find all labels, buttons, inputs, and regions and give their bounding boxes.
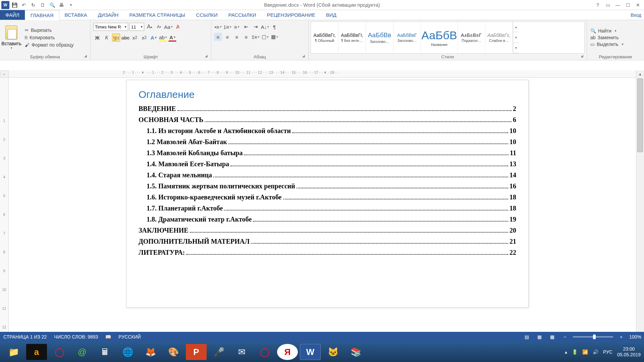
new-doc-icon[interactable]: 🗋 [38, 1, 47, 9]
text-effects-icon[interactable]: A [150, 34, 158, 42]
line-spacing-icon[interactable]: ‡≡ [252, 33, 260, 41]
underline-button[interactable]: Ч [112, 34, 120, 42]
tray-chevron-icon[interactable]: ▴ [565, 349, 567, 355]
toc-entry[interactable]: ДОПОЛНИТЕЛЬНЫЙ МАТЕРИАЛ21 [139, 238, 516, 245]
justify-icon[interactable]: ≡ [242, 33, 250, 41]
tab-review[interactable]: РЕЦЕНЗИРОВАНИЕ [262, 10, 321, 20]
status-language[interactable]: РУССКИЙ [118, 334, 141, 340]
tray-clock[interactable]: 23:00 05.05.2019 [617, 346, 641, 358]
tab-layout[interactable]: РАЗМЕТКА СТРАНИЦЫ [124, 10, 191, 20]
tray-language[interactable]: РУС [603, 349, 612, 355]
tab-home[interactable]: ГЛАВНАЯ [25, 10, 59, 20]
copy-button[interactable]: ⎘Копировать [23, 34, 75, 41]
gallery-up-icon[interactable]: ▴ [513, 22, 519, 32]
ribbon-options-icon[interactable]: ▭ [603, 1, 612, 9]
style-heading2[interactable]: АаБбВвГЗаголово… [393, 22, 421, 53]
tray-volume-icon[interactable]: 🔊 [593, 349, 598, 355]
close-icon[interactable]: ✕ [633, 1, 643, 9]
tab-mailings[interactable]: РАССЫЛКИ [223, 10, 262, 20]
toc-entry[interactable]: 1.3 Мавзолей Кобланды батыра11 [139, 149, 516, 157]
taskbar-firefox-icon[interactable]: 🦊 [140, 344, 161, 360]
style-title[interactable]: АаБбВНазвание [421, 22, 458, 53]
style-subtle[interactable]: АаБбВвГг,Слабое в… [485, 22, 513, 53]
align-center-icon[interactable]: ≡ [223, 33, 231, 41]
align-left-icon[interactable]: ≡ [214, 33, 222, 41]
strikethrough-button[interactable]: abc [121, 34, 129, 42]
taskbar-powerpoint-icon[interactable]: P [186, 344, 207, 360]
taskbar-scratch-icon[interactable]: 🐱 [323, 344, 343, 360]
view-read-icon[interactable]: ▤ [522, 333, 531, 341]
clear-formatting-icon[interactable]: A̷ [174, 23, 182, 31]
toc-entry[interactable]: ВВЕДЕНИЕ2 [139, 105, 516, 113]
style-nospacing[interactable]: АаБбВвГг,¶ Без инте… [338, 22, 366, 53]
font-name-combo[interactable]: Times New R▾ [93, 23, 128, 31]
zoom-out-icon[interactable]: − [560, 333, 570, 341]
zoom-level[interactable]: 100% [629, 334, 641, 340]
toc-entry[interactable]: 1.2 Мавзолей Абат-Байтак10 [139, 138, 516, 146]
tray-battery-icon[interactable]: 🔋 [572, 349, 578, 355]
preview-icon[interactable]: 🔍 [48, 1, 56, 9]
gallery-down-icon[interactable]: ▾ [513, 32, 519, 43]
save-icon[interactable]: 💾 [10, 1, 19, 9]
qat-customize-icon[interactable]: ▾ [66, 1, 75, 9]
subscript-button[interactable]: x2 [131, 34, 139, 42]
taskbar-calc-icon[interactable]: 🖩 [95, 344, 115, 360]
vertical-scrollbar[interactable]: ▲ ▼ [636, 70, 644, 342]
taskbar-mail-icon[interactable]: @ [72, 344, 93, 360]
toc-entry[interactable]: ЗАКЛЮЧЕНИЕ20 [139, 227, 516, 234]
shrink-font-icon[interactable]: A▾ [155, 23, 163, 31]
font-launcher-icon[interactable]: ◢ [205, 54, 210, 59]
font-color-icon[interactable]: A [168, 34, 176, 42]
taskbar-word-icon[interactable]: W [300, 344, 321, 360]
vertical-ruler[interactable]: 12345678910111213 [0, 78, 9, 335]
taskbar-winrar-icon[interactable]: 📚 [345, 344, 366, 360]
toc-entry[interactable]: 1.6. Историко-краеведческий музей г.Акто… [139, 193, 516, 201]
document-area[interactable]: Оглавление ВВЕДЕНИЕ2ОСНОВНАЯ ЧАСТЬ61.1. … [9, 78, 636, 342]
tray-network-icon[interactable]: 📶 [582, 349, 588, 355]
horizontal-ruler[interactable]: 2 · · · 1 · · · 🞂 · · · 1 · · · 2 · · · … [9, 70, 636, 78]
bold-button[interactable]: Ж [93, 34, 101, 42]
paste-button[interactable]: Вставить ▾ [2, 21, 21, 54]
style-normal[interactable]: АаБбВвГг,¶ Обычный [311, 22, 338, 53]
borders-icon[interactable]: ▦ [270, 33, 278, 41]
zoom-in-icon[interactable]: + [616, 333, 626, 341]
toc-entry[interactable]: 1.4. Старая мельница14 [139, 171, 516, 179]
paragraph-launcher-icon[interactable]: ◢ [302, 54, 307, 59]
minimize-icon[interactable]: — [613, 1, 623, 9]
gallery-more-icon[interactable]: ▾ [513, 43, 519, 53]
tab-file[interactable]: ФАЙЛ [0, 10, 25, 20]
style-heading1[interactable]: АаБбВвЗаголово… [366, 22, 393, 53]
quick-print-icon[interactable]: 🖶 [57, 1, 66, 9]
taskbar-amazon-icon[interactable]: a [26, 344, 47, 360]
maximize-icon[interactable]: ☐ [623, 1, 633, 9]
toc-entry[interactable]: 1.5. Памятник жертвам политических репре… [139, 182, 516, 190]
tab-view[interactable]: ВИД [321, 10, 342, 20]
view-print-icon[interactable]: ▦ [535, 333, 544, 341]
taskbar-chrome-icon[interactable]: 🌐 [117, 344, 138, 360]
taskbar-opera-icon[interactable]: ◯ [49, 344, 70, 360]
style-subtitle[interactable]: АаБбВвГПодзагол… [458, 22, 485, 53]
bullets-icon[interactable]: •≡ [214, 23, 222, 31]
align-right-icon[interactable]: ≡ [233, 33, 241, 41]
zoom-slider[interactable] [573, 336, 613, 338]
scroll-thumb[interactable] [637, 78, 643, 152]
show-marks-icon[interactable]: ¶ [270, 23, 278, 31]
change-case-icon[interactable]: Aa [164, 23, 172, 31]
decrease-indent-icon[interactable]: ⇤ [242, 23, 250, 31]
styles-gallery[interactable]: АаБбВвГг,¶ Обычный АаБбВвГг,¶ Без инте… … [311, 21, 585, 54]
shading-icon[interactable]: ▢ [261, 33, 269, 41]
cut-button[interactable]: ✂Вырезать [23, 27, 75, 34]
undo-icon[interactable]: ↶ [19, 1, 28, 9]
font-size-combo[interactable]: 11▾ [129, 23, 144, 31]
status-proofing-icon[interactable]: 📖 [105, 334, 111, 340]
tab-design[interactable]: ДИЗАЙН [93, 10, 124, 20]
scroll-up-icon[interactable]: ▲ [636, 70, 644, 78]
ruler-corner[interactable]: ⌐ [0, 70, 9, 78]
find-button[interactable]: 🔍Найти▾ [590, 28, 624, 34]
taskbar-mic-icon[interactable]: 🎤 [209, 344, 229, 360]
toc-entry[interactable]: 1.1. Из истории Актобе и Актюбинской обл… [139, 127, 516, 135]
superscript-button[interactable]: x2 [140, 34, 148, 42]
toc-entry[interactable]: ЛИТЕРАТУРА:22 [139, 249, 516, 256]
status-page[interactable]: СТРАНИЦА 1 ИЗ 22 [3, 334, 47, 340]
format-painter-button[interactable]: 🖌Формат по образцу [23, 42, 75, 48]
